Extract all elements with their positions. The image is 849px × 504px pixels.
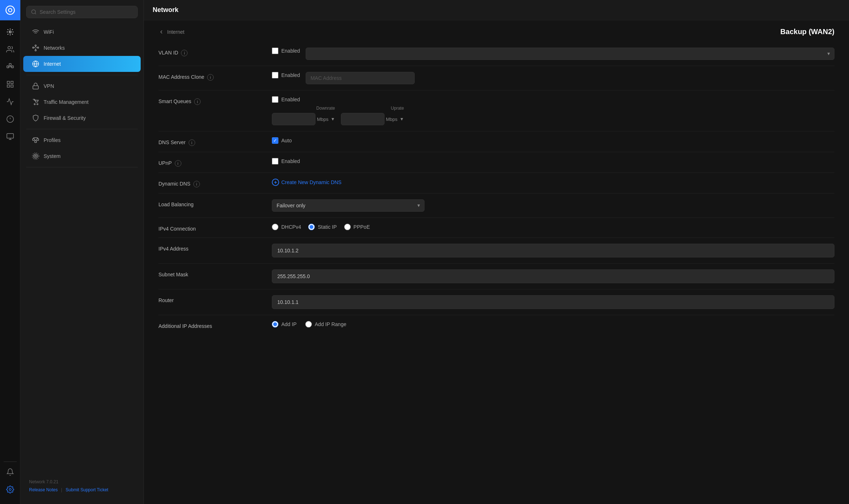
nav-icon-dashboard[interactable] [0,76,20,93]
search-input[interactable] [40,9,133,15]
sidebar-item-label-profiles: Profiles [44,137,61,143]
checkbox-mac-input[interactable] [272,72,278,78]
dns-auto-checkbox[interactable]: ✓ [272,137,278,144]
sidebar-item-firewall[interactable]: Firewall & Security [23,110,141,126]
breadcrumb[interactable]: Internet [158,29,184,35]
label-subnet-mask: Subnet Mask [158,269,260,277]
uprate-group: Uprate Mbps ▼ [341,106,404,125]
uprate-input[interactable] [341,113,385,125]
nav-icon-notifications[interactable] [0,463,20,481]
info-icon-dns[interactable]: i [189,139,195,146]
dns-auto-wrap[interactable]: ✓ Auto [272,137,292,144]
internet-icon [32,60,39,68]
info-icon-smart-queues[interactable]: i [194,98,201,105]
checkbox-smart-queues[interactable]: Enabled [272,96,300,103]
sidebar-item-label-internet: Internet [44,61,61,67]
form-row-vlan-id: VLAN ID i Enabled ▼ [158,42,834,66]
radio-dhcpv4-input[interactable] [272,224,278,230]
svg-point-29 [34,103,35,105]
search-box[interactable] [26,6,138,18]
form-row-additional-ip: Additional IP Addresses Add IP Add IP Ra… [158,315,834,335]
main-content: Network Internet Backup (WAN2) VLAN ID i [144,0,849,504]
page-header: Internet Backup (WAN2) [144,20,849,36]
release-notes-link[interactable]: Release Notes [29,487,58,492]
smart-queues-controls: Enabled [272,96,300,103]
svg-rect-21 [35,50,36,51]
svg-point-38 [35,155,37,157]
wifi-icon [32,28,39,36]
dns-auto-label: Auto [281,138,292,143]
uprate-label: Uprate [341,106,404,111]
mac-address-input[interactable] [306,72,415,84]
support-ticket-link[interactable]: Submit Support Ticket [66,487,108,492]
breadcrumb-label: Internet [167,29,184,35]
firewall-icon [32,114,39,122]
nav-icon-divider [4,462,17,462]
sidebar-item-internet[interactable]: Internet [23,56,141,72]
nav-icon-devices[interactable] [0,128,20,145]
vpn-icon [32,82,39,90]
form-content: VLAN ID i Enabled ▼ [144,36,849,349]
downrate-input[interactable] [272,113,315,125]
subnet-mask-input[interactable] [272,269,834,283]
nav-icon-settings[interactable] [0,481,20,498]
radio-add-ip-input[interactable] [272,321,278,328]
nav-icon-overview[interactable] [0,23,20,41]
label-dynamic-dns: Dynamic DNS i [158,179,260,187]
sidebar-item-label-system: System [44,153,61,159]
nav-icon-clients[interactable] [0,41,20,58]
checkbox-upnp[interactable]: Enabled [272,158,300,164]
radio-add-ip-range-input[interactable] [305,321,312,328]
label-dns: DNS Server i [158,137,260,146]
radio-dhcpv4[interactable]: DHCPv4 [272,224,301,230]
vlan-select[interactable] [306,48,834,60]
sidebar-item-networks[interactable]: Networks [23,40,141,56]
sidebar-item-profiles[interactable]: Profiles [23,132,141,148]
sidebar-item-label-traffic: Traffic Management [44,99,89,105]
ipv4-address-input[interactable] [272,244,834,257]
radio-pppoe[interactable]: PPPoE [344,224,370,230]
radio-static-ip[interactable]: Static IP [308,224,337,230]
sidebar-footer: Network 7.0.21 Release Notes | Submit Su… [20,473,144,498]
sidebar-item-label-wifi: WiFi [44,29,54,35]
radio-add-ip[interactable]: Add IP [272,321,297,328]
checkbox-mac-enabled[interactable]: Enabled [272,72,300,78]
sidebar-item-system[interactable]: System [23,148,141,164]
checkbox-upnp-input[interactable] [272,158,278,164]
label-additional-ip: Additional IP Addresses [158,321,260,329]
svg-rect-32 [37,139,39,141]
sidebar-item-wifi[interactable]: WiFi [23,24,141,40]
checkbox-vlan-input[interactable] [272,48,278,54]
nav-icon-topology[interactable] [0,58,20,76]
create-ddns-link[interactable]: + Create New Dynamic DNS [272,179,342,186]
downrate-arrow: ▼ [331,117,335,122]
checkbox-vlan-enabled[interactable]: Enabled [272,48,300,54]
control-vlan-id: Enabled ▼ [272,48,834,60]
nav-icon-alerts[interactable] [0,110,20,128]
radio-static-ip-input[interactable] [308,224,315,230]
control-dns: ✓ Auto [272,137,834,144]
label-upnp: UPnP i [158,158,260,167]
info-icon-mac[interactable]: i [207,74,214,81]
form-row-ipv4-connection: IPv4 Connection DHCPv4 Static IP [158,218,834,238]
svg-line-17 [35,13,36,14]
nav-icon-stats[interactable] [0,93,20,110]
sidebar-item-vpn[interactable]: VPN [23,78,141,94]
form-row-smart-queues: Smart Queues i Enabled Downrate [158,90,834,131]
info-icon-ddns[interactable]: i [193,181,200,187]
nav-divider-2 [26,129,138,129]
radio-add-ip-range[interactable]: Add IP Range [305,321,346,328]
radio-pppoe-input[interactable] [344,224,351,230]
router-input[interactable] [272,295,834,309]
checkbox-sq-input[interactable] [272,96,278,103]
svg-rect-18 [33,47,34,48]
info-icon-vlan[interactable]: i [181,50,188,56]
uprate-mbps: Mbps [386,117,398,122]
sidebar-item-traffic[interactable]: Traffic Management [23,94,141,110]
control-dynamic-dns: + Create New Dynamic DNS [272,179,834,186]
downrate-mbps: Mbps [317,117,329,122]
label-router: Router [158,295,260,303]
profiles-icon [32,137,39,144]
info-icon-upnp[interactable]: i [175,160,181,167]
load-balancing-select[interactable]: Failover only Load Balance Off [272,199,424,212]
